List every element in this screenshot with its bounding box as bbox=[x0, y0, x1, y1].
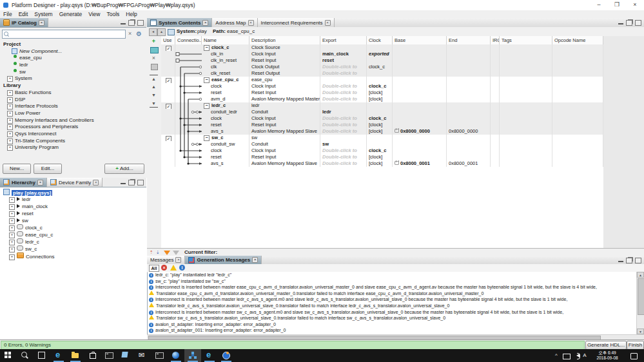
ip-tree-item[interactable]: +System bbox=[1, 75, 146, 82]
taskbar-console-2[interactable] bbox=[151, 349, 168, 362]
filter-info-icon[interactable]: i bbox=[179, 265, 185, 271]
notification-icon[interactable] bbox=[630, 353, 638, 359]
taskbar-quartus[interactable] bbox=[168, 349, 184, 362]
column-header-name[interactable]: Name bbox=[202, 36, 249, 44]
move-bottom-icon[interactable]: ▼ bbox=[150, 100, 158, 108]
taskbar-web-app[interactable] bbox=[218, 349, 235, 362]
tab-address-map[interactable]: Address Map× bbox=[212, 18, 257, 27]
sort-asc-icon[interactable]: ⇡ bbox=[150, 250, 154, 255]
filter-all-button[interactable]: All bbox=[149, 265, 159, 272]
filter-active-icon[interactable] bbox=[164, 251, 170, 255]
close-tab-icon[interactable]: × bbox=[175, 257, 181, 263]
export-hint-cell[interactable]: Double-click to bbox=[320, 96, 367, 102]
panel-min-icon[interactable] bbox=[121, 183, 126, 184]
expand-icon[interactable]: + bbox=[7, 118, 13, 124]
taskbar-start[interactable] bbox=[0, 349, 17, 362]
message-row[interactable]: Translator ledr_c_avs_s_translator.avalo… bbox=[148, 303, 636, 309]
message-row[interactable]: iInterconnect is inserted between master… bbox=[148, 284, 636, 291]
tab-messages[interactable]: Messages× bbox=[147, 256, 185, 264]
ip-search-input[interactable] bbox=[9, 30, 125, 38]
column-header-tags[interactable]: Tags bbox=[500, 36, 552, 44]
taskbar-store[interactable] bbox=[84, 349, 101, 362]
message-row[interactable]: iledr_c: "play" instantiated ledr "ledr_… bbox=[148, 272, 636, 278]
table-row[interactable]: clk_inClock Inputmain_clockexported bbox=[161, 51, 603, 57]
column-header-base[interactable]: Base bbox=[393, 36, 447, 44]
table-row[interactable]: −ease_cpu_cease_cpu bbox=[161, 77, 603, 83]
export-hint-cell[interactable]: Double-click to bbox=[320, 83, 367, 90]
expand-icon[interactable]: + bbox=[9, 204, 15, 210]
menu-item-help[interactable]: Help bbox=[122, 10, 140, 18]
export-hint-cell[interactable]: Double-click to bbox=[320, 160, 367, 167]
menu-item-file[interactable]: File bbox=[0, 10, 15, 18]
use-checkbox[interactable] bbox=[166, 78, 171, 84]
menu-item-edit[interactable]: Edit bbox=[15, 10, 32, 18]
panel-fl-icon[interactable] bbox=[626, 20, 632, 26]
expand-icon[interactable]: + bbox=[7, 124, 13, 130]
nav-up-icon[interactable]: ▴ bbox=[157, 28, 166, 36]
ip-tree-item[interactable]: +Interface Protocols bbox=[1, 103, 146, 110]
panel-maximize-icon[interactable] bbox=[137, 20, 144, 26]
add-component-icon[interactable]: + bbox=[150, 38, 158, 45]
move-top-icon[interactable]: ▲ bbox=[150, 75, 158, 82]
ip-tree-item[interactable]: Library bbox=[1, 82, 146, 90]
volume-icon[interactable] bbox=[576, 354, 580, 357]
table-row[interactable]: avm_dAvalon Memory Mapped MasterDouble-c… bbox=[161, 96, 603, 102]
expand-icon[interactable]: + bbox=[7, 111, 13, 117]
column-header-connectio[interactable]: Connectio... bbox=[175, 36, 202, 44]
table-row[interactable]: clkClock OutputDouble-click toclock_c bbox=[161, 64, 603, 70]
taskbar-internet-explorer[interactable]: e bbox=[201, 349, 218, 362]
collapse-icon[interactable]: − bbox=[204, 45, 210, 51]
taskbar-edge[interactable]: e bbox=[50, 349, 67, 362]
expand-icon[interactable]: + bbox=[7, 138, 13, 144]
clock[interactable]: 오후 6:49 2018-09-08 bbox=[592, 350, 622, 361]
hierarchy-item-sw_c[interactable]: +sw_c bbox=[1, 245, 146, 252]
collapse-icon[interactable]: − bbox=[204, 103, 210, 109]
ip-tree-item[interactable]: +University Program bbox=[1, 144, 146, 151]
message-row[interactable]: iavalon_st_adapter_001: Inserting error_… bbox=[148, 327, 636, 334]
taskbar-search[interactable] bbox=[17, 349, 34, 362]
move-up-icon[interactable]: ▲ bbox=[150, 83, 158, 90]
use-checkbox[interactable] bbox=[166, 104, 171, 110]
message-row[interactable]: iInterconnect is inserted between master… bbox=[148, 296, 636, 303]
expand-icon[interactable]: + bbox=[9, 225, 15, 231]
export-hint-cell[interactable]: Double-click to bbox=[320, 122, 367, 128]
table-row[interactable]: clockClock InputDouble-click toclock_c bbox=[161, 148, 603, 154]
generate-hdl-button[interactable]: Generate HDL... bbox=[585, 341, 627, 350]
export-hint-cell[interactable]: Double-click to bbox=[320, 64, 367, 70]
panel-fl-icon[interactable] bbox=[128, 180, 135, 186]
close-tab-icon[interactable]: × bbox=[252, 257, 258, 263]
column-header-opcodename[interactable]: Opcode Name bbox=[552, 36, 603, 44]
close-tab-icon[interactable]: × bbox=[39, 20, 44, 26]
filter-clear-icon[interactable] bbox=[173, 251, 179, 255]
hierarchy-item-ledr[interactable]: +ledr bbox=[1, 196, 146, 203]
export-hint-cell[interactable]: Double-click to bbox=[320, 70, 367, 77]
finish-button[interactable]: Finish bbox=[627, 341, 644, 350]
minimize-button[interactable]: – bbox=[590, 0, 608, 10]
column-header-end[interactable]: End bbox=[447, 36, 491, 44]
hierarchy-item-clock_c[interactable]: +clock_c bbox=[1, 224, 146, 231]
panel-float-icon[interactable] bbox=[128, 20, 135, 26]
column-header-export[interactable]: Export bbox=[320, 36, 367, 44]
expand-icon[interactable]: + bbox=[9, 247, 15, 252]
expand-icon[interactable]: + bbox=[9, 218, 15, 224]
table-row[interactable]: clockClock InputDouble-click toclock_c bbox=[161, 115, 603, 122]
table-row[interactable]: avs_sAvalon Memory Mapped SlaveDouble-cl… bbox=[161, 160, 603, 167]
ip-tree-item[interactable]: +Tri-State Components bbox=[1, 138, 146, 145]
filter-icon[interactable] bbox=[151, 64, 158, 70]
use-checkbox[interactable] bbox=[166, 46, 171, 52]
table-row[interactable]: resetReset InputDouble-click to[clock] bbox=[161, 90, 603, 96]
tray-chevron-icon[interactable]: ^ bbox=[552, 349, 560, 362]
tab-interconnect-requirements[interactable]: Interconnect Requirements× bbox=[258, 18, 335, 27]
sort-desc-icon[interactable]: ⇣ bbox=[156, 250, 161, 255]
expand-icon[interactable]: + bbox=[9, 197, 15, 203]
ip-tree-item[interactable]: New Component... bbox=[1, 48, 146, 55]
table-row[interactable]: −clock_cClock Source bbox=[161, 44, 603, 51]
message-row[interactable]: isw_c: "play" instantiated sw "sw_c" bbox=[148, 278, 636, 285]
expand-icon[interactable]: + bbox=[7, 90, 13, 96]
tab-ip-catalog[interactable]: IP Catalog × bbox=[0, 18, 48, 27]
expand-icon[interactable]: + bbox=[9, 233, 15, 238]
expand-icon[interactable]: + bbox=[7, 76, 13, 82]
table-row[interactable]: resetReset InputDouble-click to[clock] bbox=[161, 122, 603, 128]
collapse-icon[interactable]: − bbox=[204, 135, 210, 141]
expand-icon[interactable]: + bbox=[7, 104, 13, 110]
